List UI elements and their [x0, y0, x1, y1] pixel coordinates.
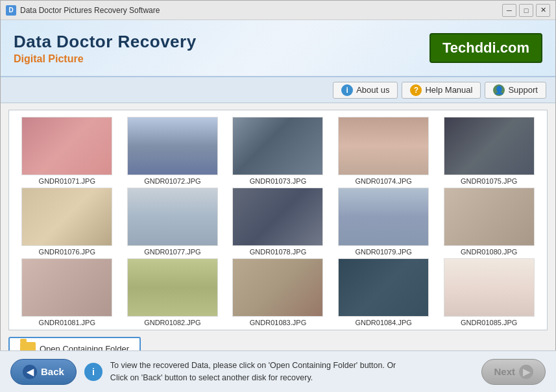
photo-filename: GNDR01079.JPG	[355, 248, 411, 256]
back-label: Back	[41, 366, 64, 377]
photo-thumbnail	[21, 258, 112, 317]
photo-item[interactable]: GNDR01073.JPG	[226, 117, 330, 185]
info-message: To view the recovered Data, please click…	[110, 360, 474, 384]
photo-thumbnail	[338, 117, 429, 175]
app-name: Data Doctor Recovery	[14, 32, 197, 52]
photo-filename: GNDR01077.JPG	[144, 248, 200, 256]
support-icon: 👤	[493, 84, 505, 96]
help-manual-label: Help Manual	[425, 85, 472, 95]
photo-thumbnail	[338, 258, 429, 317]
header: Data Doctor Recovery Digital Picture Tec…	[1, 20, 555, 77]
photo-item[interactable]: GNDR01080.JPG	[437, 188, 540, 256]
nav-bar: i About us ? Help Manual 👤 Support	[1, 77, 555, 103]
app-icon: D	[6, 5, 16, 16]
photo-filename: GNDR01083.JPG	[250, 319, 306, 326]
support-button[interactable]: 👤 Support	[485, 82, 546, 99]
photo-thumbnail	[444, 188, 535, 246]
photo-item[interactable]: GNDR01075.JPG	[437, 117, 540, 185]
photo-grid[interactable]: GNDR01071.JPGGNDR01072.JPGGNDR01073.JPGG…	[9, 110, 547, 330]
photo-item[interactable]: GNDR01076.JPG	[16, 188, 119, 256]
close-button[interactable]: ✕	[536, 4, 550, 17]
photo-item[interactable]: GNDR01077.JPG	[121, 188, 224, 256]
maximize-button[interactable]: □	[519, 4, 533, 17]
photo-filename: GNDR01085.JPG	[461, 319, 517, 326]
brand-logo: Techddi.com	[429, 33, 542, 63]
photo-filename: GNDR01080.JPG	[461, 248, 517, 256]
photo-filename: GNDR01076.JPG	[39, 248, 95, 256]
info-line-2: Click on 'Back' button to select another…	[110, 372, 474, 384]
back-button[interactable]: ◀ Back	[10, 359, 77, 385]
help-icon: ?	[410, 84, 422, 96]
photo-thumbnail	[338, 188, 429, 246]
photo-filename: GNDR01078.JPG	[250, 248, 306, 256]
photo-filename: GNDR01082.JPG	[144, 319, 200, 326]
photo-item[interactable]: GNDR01081.JPG	[16, 258, 119, 326]
next-arrow-icon: ▶	[519, 365, 533, 379]
photo-item[interactable]: GNDR01074.JPG	[332, 117, 435, 185]
photo-thumbnail	[127, 117, 218, 175]
photo-item[interactable]: GNDR01083.JPG	[226, 258, 330, 326]
photo-thumbnail	[444, 258, 535, 317]
window-controls: ─ □ ✕	[502, 4, 550, 17]
photo-filename: GNDR01084.JPG	[355, 319, 411, 326]
info-circle-icon: i	[84, 363, 103, 381]
photo-filename: GNDR01081.JPG	[39, 319, 95, 326]
photo-thumbnail	[21, 188, 112, 246]
logo-area: Data Doctor Recovery Digital Picture	[14, 32, 197, 65]
help-manual-button[interactable]: ? Help Manual	[402, 82, 481, 99]
title-bar: D Data Doctor Pictures Recovery Software…	[1, 1, 555, 20]
photo-item[interactable]: GNDR01085.JPG	[437, 258, 540, 326]
photo-filename: GNDR01074.JPG	[355, 177, 411, 185]
photo-thumbnail	[127, 258, 218, 317]
photo-filename: GNDR01073.JPG	[250, 177, 306, 185]
photo-item[interactable]: GNDR01084.JPG	[332, 258, 435, 326]
photo-thumbnail	[232, 117, 323, 175]
photo-thumbnail	[21, 117, 112, 175]
back-arrow-icon: ◀	[23, 365, 37, 379]
next-button[interactable]: Next ▶	[481, 359, 546, 385]
photo-thumbnail	[444, 117, 535, 175]
photo-item[interactable]: GNDR01072.JPG	[121, 117, 224, 185]
photo-item[interactable]: GNDR01082.JPG	[121, 258, 224, 326]
photo-thumbnail	[232, 188, 323, 246]
bottom-bar: ◀ Back i To view the recovered Data, ple…	[0, 350, 556, 392]
photo-item[interactable]: GNDR01079.JPG	[332, 188, 435, 256]
about-us-label: About us	[356, 85, 389, 95]
minimize-button[interactable]: ─	[502, 4, 516, 17]
app-subtitle: Digital Picture	[14, 53, 197, 65]
photo-item[interactable]: GNDR01071.JPG	[16, 117, 119, 185]
support-label: Support	[508, 85, 538, 95]
photo-filename: GNDR01075.JPG	[461, 177, 517, 185]
next-label: Next	[494, 366, 515, 377]
info-icon: i	[341, 84, 353, 96]
info-line-1: To view the recovered Data, please click…	[110, 360, 474, 372]
photo-thumbnail	[232, 258, 323, 317]
photo-item[interactable]: GNDR01078.JPG	[226, 188, 330, 256]
about-us-button[interactable]: i About us	[333, 82, 398, 99]
photo-filename: GNDR01071.JPG	[39, 177, 95, 185]
photo-thumbnail	[127, 188, 218, 246]
title-bar-text: Data Doctor Pictures Recovery Software	[20, 6, 502, 15]
photo-gallery: GNDR01071.JPGGNDR01072.JPGGNDR01073.JPGG…	[8, 110, 548, 330]
photo-filename: GNDR01072.JPG	[144, 177, 200, 185]
